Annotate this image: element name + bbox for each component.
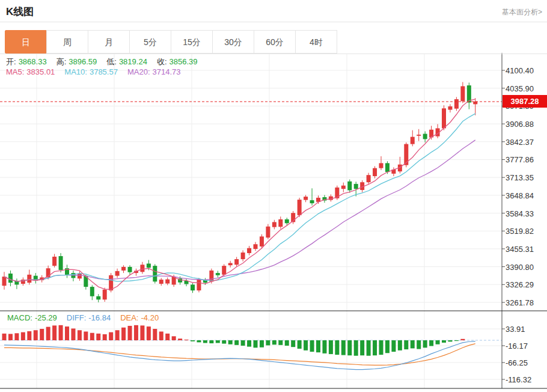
ohlc-legend: 开:3868.33高:3896.59低:3819.24收:3856.39 bbox=[6, 57, 207, 67]
y-axis-label: -16.17 bbox=[506, 341, 528, 351]
legend-item: 低:3819.24 bbox=[106, 57, 150, 66]
y-axis-label: -116.32 bbox=[506, 375, 531, 384]
y-axis-label: 3326.29 bbox=[506, 280, 534, 289]
tab-4时[interactable]: 4时 bbox=[295, 30, 337, 54]
legend-item: 开:3868.33 bbox=[6, 57, 49, 66]
tab-30分[interactable]: 30分 bbox=[212, 30, 254, 54]
y-axis-label: 3584.33 bbox=[506, 209, 534, 218]
macd-legend: MACD:-25.29DIFF:-16.84DEA:-4.20 bbox=[7, 313, 168, 322]
legend-item: 高:3896.59 bbox=[57, 57, 100, 66]
y-axis-label: 3519.82 bbox=[506, 227, 534, 236]
tab-日[interactable]: 日 bbox=[5, 30, 47, 54]
legend-item: MACD:-25.29 bbox=[7, 313, 60, 322]
legend-item: MA5:3835.01 bbox=[6, 67, 57, 76]
tab-月[interactable]: 月 bbox=[88, 30, 130, 54]
y-axis-label: 4100.40 bbox=[506, 66, 534, 75]
y-axis-label: 3713.35 bbox=[506, 173, 534, 182]
y-axis-label: 3261.78 bbox=[506, 298, 534, 307]
legend-item: DIFF:-16.84 bbox=[67, 313, 113, 322]
tab-15分[interactable]: 15分 bbox=[171, 30, 213, 54]
y-axis-label: -66.25 bbox=[506, 358, 528, 367]
y-axis-label: 3842.37 bbox=[506, 138, 534, 147]
tab-5分[interactable]: 5分 bbox=[129, 30, 171, 54]
ma-legend: MA5:3835.01MA10:3785.57MA20:3714.73 bbox=[6, 67, 191, 76]
y-axis-label: 3648.84 bbox=[506, 191, 534, 200]
interval-tab-bar: 日周月5分15分30分60分4时 bbox=[5, 30, 337, 54]
legend-item: MA20:3714.73 bbox=[127, 67, 183, 76]
y-axis-label: 3906.88 bbox=[506, 120, 534, 129]
last-price-badge: 3987.28 bbox=[503, 95, 547, 108]
y-axis-label: 33.91 bbox=[506, 325, 525, 334]
y-axis-label: 3390.80 bbox=[506, 263, 534, 272]
tab-周[interactable]: 周 bbox=[46, 30, 88, 54]
y-axis-label: 3777.86 bbox=[506, 155, 534, 164]
legend-item: DEA:-4.20 bbox=[120, 313, 161, 322]
y-axis-label: 4035.90 bbox=[506, 84, 534, 93]
y-axis-label: 3455.31 bbox=[506, 245, 534, 254]
legend-item: MA10:3785.57 bbox=[64, 67, 120, 76]
legend-item: 收:3856.39 bbox=[157, 57, 200, 66]
tab-60分[interactable]: 60分 bbox=[254, 30, 296, 54]
